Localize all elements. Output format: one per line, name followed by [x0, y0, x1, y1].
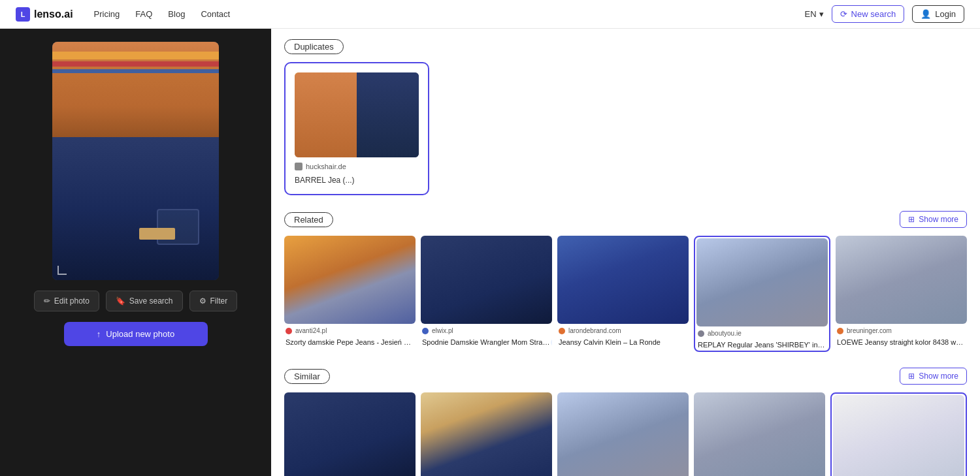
query-image-visual — [52, 42, 219, 280]
action-buttons: ✏ Edit photo 🔖 Save search ⚙ Filter — [13, 291, 258, 311]
grid-icon: ⊞ — [908, 215, 915, 224]
login-button[interactable]: 👤 Login — [912, 5, 964, 23]
save-search-button[interactable]: 🔖 Save search — [106, 291, 183, 311]
upload-icon: ↑ — [97, 329, 101, 339]
result-image-2 — [421, 236, 552, 324]
source-dot — [286, 328, 292, 334]
edit-icon: ✏ — [44, 296, 50, 306]
result-source-4: aboutyou.ie — [696, 330, 828, 337]
grid-icon: ⊞ — [908, 372, 915, 381]
page-layout: ✏ Edit photo 🔖 Save search ⚙ Filter ↑ Up… — [0, 29, 980, 476]
favicon-icon — [295, 163, 302, 170]
corner-bracket — [57, 266, 67, 275]
result-title-1: Szorty damskie Pepe Jeans - Jesień 2024 … — [284, 338, 416, 347]
chevron-down-icon: ▾ — [819, 9, 824, 19]
result-image-3 — [557, 236, 689, 324]
logo-icon: L — [16, 7, 30, 22]
similar-image-2 — [421, 392, 552, 476]
filter-button[interactable]: ⚙ Filter — [189, 291, 238, 311]
search-icon: ⟳ — [840, 9, 847, 19]
source-dot — [698, 330, 704, 337]
result-source-5: breuninger.com — [836, 327, 967, 334]
language-selector[interactable]: EN ▾ — [804, 9, 823, 19]
upload-new-photo-button[interactable]: ↑ Upload new photo — [64, 322, 208, 346]
nav-links: Pricing FAQ Blog Contact — [94, 9, 231, 19]
similar-card-3[interactable]: breuninger.com pierre cardin Jeansy DIJO… — [557, 392, 689, 476]
similar-card-2[interactable]: peek-cloppenburg.pl Kup online 7 For All… — [421, 392, 552, 476]
similar-image-3 — [557, 392, 689, 476]
source-dot — [837, 328, 843, 334]
left-panel: ✏ Edit photo 🔖 Save search ⚙ Filter ↑ Up… — [0, 29, 271, 476]
filter-icon: ⚙ — [199, 296, 206, 306]
similar-header: Similar ⊞ Show more — [284, 368, 967, 385]
related-section: Related ⊞ Show more avanti24.pl Szorty d… — [284, 211, 967, 352]
nav-faq[interactable]: FAQ — [135, 9, 152, 19]
save-icon: 🔖 — [116, 296, 125, 306]
similar-grid: aboutyou.pl Smith&Soul Normalny krój Jea… — [284, 392, 967, 476]
related-card-1[interactable]: avanti24.pl Szorty damskie Pepe Jeans - … — [284, 236, 416, 352]
user-icon: 👤 — [921, 9, 931, 19]
related-card-2[interactable]: elwix.pl Spodnie Damskie Wrangler Mom St… — [421, 236, 552, 352]
result-title-5: LOEWE Jeansy straight kolor 8438 wa... 3 — [836, 338, 967, 347]
result-image-4 — [696, 238, 828, 326]
similar-card-4[interactable]: breuninger.com AGOLDE Jeansy FUSION JEAN… — [694, 392, 825, 476]
similar-image-5 — [833, 395, 964, 476]
edit-photo-button[interactable]: ✏ Edit photo — [34, 291, 99, 311]
result-source-3: larondebrand.com — [557, 327, 689, 334]
result-source-2: elwix.pl — [421, 327, 552, 334]
result-image-1 — [284, 236, 416, 324]
nav-pricing[interactable]: Pricing — [94, 9, 120, 19]
similar-label: Similar — [284, 369, 330, 384]
logo-text: lenso.ai — [34, 8, 73, 20]
result-title-2: Spodnie Damskie Wrangler Mom Stra... 4 — [421, 338, 552, 347]
related-grid: avanti24.pl Szorty damskie Pepe Jeans - … — [284, 236, 967, 352]
result-title-4: REPLAY Regular Jeans 'SHIRBEY' in Blue .… — [696, 340, 828, 349]
right-panel: Duplicates huckshair.de BARREL Jea (...)… — [271, 29, 980, 476]
related-header: Related ⊞ Show more — [284, 211, 967, 228]
related-label: Related — [284, 212, 333, 227]
similar-image-4 — [694, 392, 825, 476]
query-image — [52, 42, 219, 280]
duplicate-source: huckshair.de — [295, 163, 419, 170]
related-card-5[interactable]: breuninger.com LOEWE Jeansy straight kol… — [836, 236, 967, 352]
related-card-3[interactable]: larondebrand.com Jeansy Calvin Klein – L… — [557, 236, 689, 352]
similar-show-more-button[interactable]: ⊞ Show more — [900, 368, 967, 385]
duplicate-title: BARREL Jea (...) — [295, 176, 419, 185]
result-image-5 — [836, 236, 967, 324]
result-title-3: Jeansy Calvin Klein – La Ronde — [557, 338, 689, 347]
logo[interactable]: L lenso.ai — [16, 7, 73, 22]
related-card-4[interactable]: aboutyou.ie REPLAY Regular Jeans 'SHIRBE… — [694, 236, 830, 352]
related-show-more-button[interactable]: ⊞ Show more — [900, 211, 967, 228]
duplicates-header: Duplicates — [284, 39, 967, 54]
source-dot — [559, 328, 565, 334]
similar-card-1[interactable]: aboutyou.pl Smith&Soul Normalny krój Jea… — [284, 392, 416, 476]
nav-blog[interactable]: Blog — [168, 9, 185, 19]
result-badge-2: 4 — [551, 338, 552, 347]
result-source-1: avanti24.pl — [284, 327, 416, 334]
similar-section: Similar ⊞ Show more aboutyou.pl Smith&So… — [284, 368, 967, 476]
similar-card-5[interactable]: zalando.pl PULL&BEAR Jeansy Straight Leg… — [830, 392, 967, 476]
similar-image-1 — [284, 392, 416, 476]
duplicates-section: Duplicates huckshair.de BARREL Jea (...) — [284, 39, 967, 195]
nav-right: EN ▾ ⟳ New search 👤 Login — [804, 5, 964, 23]
duplicate-image — [295, 72, 419, 157]
source-dot — [422, 328, 429, 334]
duplicates-label: Duplicates — [284, 39, 344, 54]
navigation: L lenso.ai Pricing FAQ Blog Contact EN ▾… — [0, 0, 980, 29]
new-search-button[interactable]: ⟳ New search — [832, 5, 905, 23]
nav-contact[interactable]: Contact — [201, 9, 230, 19]
duplicate-card[interactable]: huckshair.de BARREL Jea (...) — [284, 62, 429, 195]
